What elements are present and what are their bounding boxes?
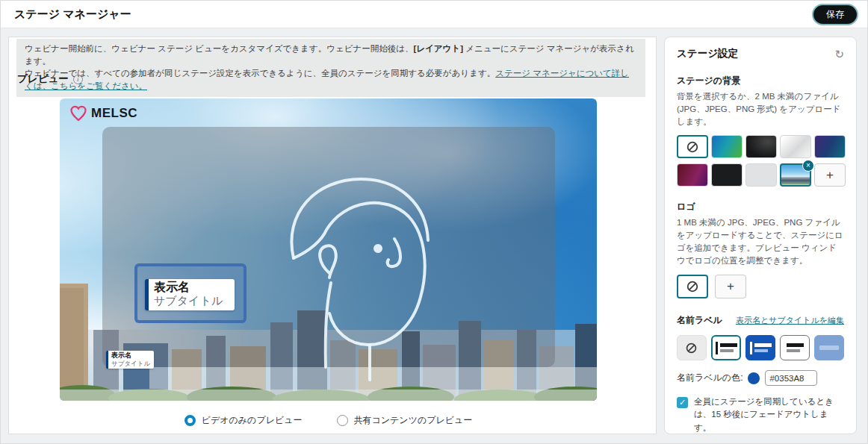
background-section-title: ステージの背景: [677, 75, 844, 87]
background-section-description: 背景を選択するか、2 MB 未満のファイル (JPG、JPEG、PNG 形式) …: [677, 90, 844, 128]
radio-shared-content-preview[interactable]: 共有コンテンツのプレビュー: [337, 414, 473, 427]
name-label-card: 表示名 サブタイトル: [145, 279, 235, 310]
sync-fadeout-note: 全員にステージを同期しているときは、15 秒後にフェードアウトします。: [694, 395, 844, 434]
stage-manager-page: ステージ マネージャー 保存 ウェビナー開始前に、ウェビナー ステージ ビューを…: [0, 0, 868, 444]
remove-background-icon[interactable]: ×: [802, 160, 814, 172]
radio-selected-icon[interactable]: [185, 415, 196, 426]
label-style-none-option[interactable]: [677, 335, 707, 360]
label-style-outline-option[interactable]: [780, 335, 810, 360]
none-icon: [685, 342, 698, 354]
name-label-color-label: 名前ラベルの色:: [677, 372, 743, 384]
background-thumbnail-grid: × +: [677, 135, 844, 187]
none-icon: [686, 280, 699, 293]
radio-shared-content-label: 共有コンテンツのプレビュー: [354, 414, 473, 427]
info-banner: ウェビナー開始前に、ウェビナー ステージ ビューをカスタマイズできます。ウェビナ…: [16, 39, 645, 97]
bg-blue-green-option[interactable]: [711, 135, 743, 158]
bg-none-option[interactable]: [677, 135, 708, 158]
name-label-drag-handle[interactable]: 表示名 サブタイトル: [134, 263, 247, 323]
mini-subtitle-text: サブタイトル: [111, 360, 150, 367]
add-logo-button[interactable]: +: [715, 275, 746, 298]
name-label-style-options: [677, 335, 844, 360]
display-name-text: 表示名: [154, 281, 228, 294]
info-icon[interactable]: i: [73, 75, 83, 84]
top-bar: ステージ マネージャー 保存: [1, 1, 867, 28]
logo-options: +: [677, 275, 844, 298]
add-background-button[interactable]: +: [814, 163, 846, 187]
hex-color-input[interactable]: [765, 370, 817, 386]
radio-video-only-label: ビデオのみのプレビュー: [202, 414, 303, 427]
brand-name: MELSC: [91, 106, 137, 121]
bg-purple-teal-option[interactable]: [814, 135, 846, 158]
refresh-icon[interactable]: ↻: [834, 49, 844, 60]
logo-none-option[interactable]: [677, 275, 708, 298]
logo-section-title: ロゴ: [677, 201, 844, 213]
video-area-overlay: [102, 127, 555, 367]
save-button[interactable]: 保存: [813, 5, 857, 24]
banner-line2-text: ウェビナーでは、すべての参加者が同じステージ設定を表示できるように、全員のステー…: [25, 69, 495, 78]
mini-name-label: 表示名 サブタイトル: [106, 351, 154, 369]
radio-video-only-preview[interactable]: ビデオのみのプレビュー: [185, 414, 303, 427]
bg-city-option-selected[interactable]: ×: [780, 163, 811, 187]
label-style-light-selected[interactable]: [711, 335, 741, 360]
melsc-brand-logo: MELSC: [69, 104, 137, 122]
radio-unselected-icon[interactable]: [337, 415, 348, 426]
banner-line1-text: ウェビナー開始前に、ウェビナー ステージ ビューをカスタマイズできます。ウェビナ…: [25, 44, 413, 53]
stage-settings-panel: ステージ設定 ↻ ステージの背景 背景を選択するか、2 MB 未満のファイル (…: [664, 37, 857, 434]
stage-preview[interactable]: MELSC 表示名 サブタイトル 表示名 サブタイトル: [60, 99, 597, 401]
bg-black-option[interactable]: [711, 163, 743, 187]
stage-settings-title: ステージ設定: [677, 47, 738, 60]
preview-title: プレビュー: [17, 72, 69, 86]
preview-mode-radios: ビデオのみのプレビュー 共有コンテンツのプレビュー: [60, 414, 597, 427]
page-title: ステージ マネージャー: [14, 7, 131, 22]
edit-display-name-link[interactable]: 表示名とサブタイトルを編集: [736, 315, 844, 326]
preview-panel: ウェビナー開始前に、ウェビナー ステージ ビューをカスタマイズできます。ウェビナ…: [8, 37, 657, 434]
logo-section-description: 1 MB 未満の JPG、JPEG、PNG ファイルをアップロードすることで、ス…: [677, 216, 844, 267]
name-label-section-title: 名前ラベル: [677, 314, 722, 327]
label-style-translucent-option[interactable]: [814, 335, 844, 360]
name-label-header: 名前ラベル 表示名とサブタイトルを編集: [677, 314, 844, 327]
color-swatch[interactable]: [748, 372, 760, 384]
melsc-heart-icon: [69, 104, 87, 122]
subtitle-text: サブタイトル: [154, 294, 228, 307]
mini-display-name-text: 表示名: [111, 351, 150, 360]
none-icon: [686, 140, 699, 154]
bg-dark-wave-option[interactable]: [745, 135, 777, 158]
banner-layout-keyword: [レイアウト]: [413, 44, 463, 53]
sync-fadeout-setting: ✓ 全員にステージを同期しているときは、15 秒後にフェードアウトします。: [677, 395, 844, 434]
sync-fadeout-checkbox-checked[interactable]: ✓: [677, 397, 688, 408]
bg-gray-option[interactable]: [745, 163, 777, 187]
bg-light-wave-option[interactable]: [780, 135, 811, 158]
name-label-color-row: 名前ラベルの色:: [677, 370, 844, 386]
label-style-dark-blue-option[interactable]: [745, 335, 775, 360]
stage-settings-header: ステージ設定 ↻: [677, 47, 844, 60]
bg-red-purple-option[interactable]: [677, 163, 708, 187]
preview-header: プレビュー i: [17, 72, 83, 86]
